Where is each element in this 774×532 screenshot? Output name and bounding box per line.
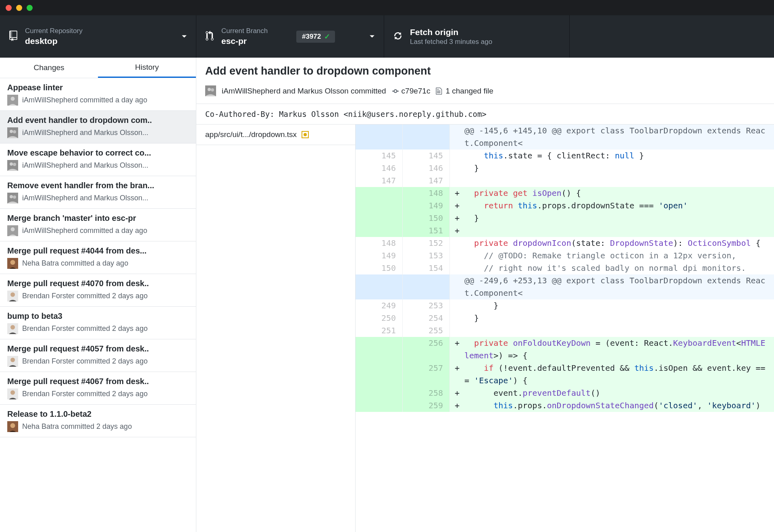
diff-view[interactable]: @@ -145,6 +145,10 @@ export class Toolba… (356, 125, 774, 532)
maximize-window-button[interactable] (27, 5, 33, 11)
tab-history[interactable]: History (98, 58, 196, 78)
commit-item[interactable]: Merge pull request #4067 from desk..Bren… (0, 372, 196, 405)
tab-changes[interactable]: Changes (0, 58, 98, 78)
diff-code: } (464, 312, 774, 324)
avatar (7, 389, 18, 399)
diff-line: 249253 } (356, 299, 774, 312)
diff-line: 149+ return this.props.dropdownState ===… (356, 200, 774, 212)
diff-sign (450, 324, 464, 337)
svg-point-22 (10, 391, 15, 395)
minimize-window-button[interactable] (16, 5, 22, 11)
old-line-number (356, 387, 403, 399)
svg-point-3 (10, 130, 13, 133)
avatar (7, 193, 18, 204)
close-window-button[interactable] (6, 5, 12, 11)
commit-item[interactable]: Merge branch 'master' into esc-priAmWill… (0, 209, 196, 241)
commit-item[interactable]: Merge pull request #4044 from des...Neha… (0, 241, 196, 274)
commit-description: Co-Authored-By: Markus Olsson <niik@user… (196, 104, 774, 125)
repository-switcher[interactable]: Current Repository desktop (0, 15, 196, 58)
commit-authors: iAmWillShepherd and Markus Olsson commit… (222, 87, 386, 96)
commit-item[interactable]: Merge pull request #4057 from desk..Bren… (0, 339, 196, 372)
commit-item[interactable]: Merge pull request #4070 from desk..Bren… (0, 274, 196, 307)
diff-code: } (464, 299, 774, 312)
svg-point-10 (13, 195, 16, 199)
check-icon: ✓ (324, 32, 330, 41)
new-line-number (403, 125, 450, 150)
new-line-number: 153 (403, 249, 450, 262)
commit-item-title: Merge branch 'master' into esc-pr (7, 214, 189, 223)
svg-point-1 (11, 97, 15, 101)
diff-line: 258+ event.preventDefault() (356, 387, 774, 399)
diff-code: @@ -145,6 +145,10 @@ export class Toolba… (464, 125, 774, 150)
commit-item[interactable]: Remove event handler from the bran...iAm… (0, 176, 196, 209)
avatar (7, 225, 18, 236)
diff-code (464, 224, 774, 237)
diff-code: } (464, 162, 774, 175)
old-line-number (356, 362, 403, 387)
diff-sign (450, 125, 464, 150)
commit-item[interactable]: Add event handler to dropdown com..iAmWi… (0, 111, 196, 143)
diff-sign: + (450, 200, 464, 212)
diff-line: 256+ private onFoldoutKeyDown = (event: … (356, 337, 774, 362)
files-changed[interactable]: 1 changed file (436, 87, 493, 96)
diff-sign: + (450, 187, 464, 200)
new-line-number: 149 (403, 200, 450, 212)
branch-switcher[interactable]: Current Branch esc-pr #3972 ✓ (196, 15, 384, 58)
old-line-number: 146 (356, 162, 403, 175)
old-line-number (356, 187, 403, 200)
old-line-number (356, 399, 403, 412)
fetch-button[interactable]: Fetch origin Last fetched 3 minutes ago (384, 15, 570, 58)
avatar (7, 291, 18, 301)
avatar (7, 323, 18, 334)
diff-sign: + (450, 387, 464, 399)
commit-item-author: iAmWillShepherd committed a day ago (22, 227, 147, 235)
diff-sign: + (450, 337, 464, 362)
commit-detail: Add event handler to dropdown component … (196, 58, 774, 532)
diff-sign (450, 162, 464, 175)
old-line-number (356, 337, 403, 362)
svg-point-18 (10, 325, 15, 330)
svg-point-4 (13, 130, 16, 133)
new-line-number: 150 (403, 212, 450, 224)
svg-point-7 (13, 163, 16, 166)
commit-item[interactable]: Release to 1.1.0-beta2Neha Batra committ… (0, 405, 196, 437)
diff-sign: + (450, 399, 464, 412)
new-line-number: 258 (403, 387, 450, 399)
old-line-number (356, 200, 403, 212)
avatar (7, 356, 18, 367)
diff-sign (450, 262, 464, 274)
chevron-down-icon (369, 33, 375, 40)
commit-item-title: Merge pull request #4057 from desk.. (7, 344, 189, 353)
new-line-number: 259 (403, 399, 450, 412)
diff-code: } (464, 212, 774, 224)
diff-sign: + (450, 362, 464, 387)
diff-line: 151+ (356, 224, 774, 237)
diff-line: 147147 (356, 175, 774, 187)
diff-line: 148152 private dropdownIcon(state: Dropd… (356, 237, 774, 249)
svg-point-20 (10, 358, 15, 362)
diff-code (464, 175, 774, 187)
commit-item[interactable]: Appease linteriAmWillShepherd committed … (0, 78, 196, 111)
commit-item[interactable]: Move escape behavior to correct co...iAm… (0, 143, 196, 176)
old-line-number: 150 (356, 262, 403, 274)
new-line-number: 257 (403, 362, 450, 387)
svg-point-24 (10, 423, 15, 428)
commit-item-title: Merge pull request #4044 from des... (7, 246, 189, 256)
new-line-number: 256 (403, 337, 450, 362)
commit-item-author: Neha Batra committed 2 days ago (22, 422, 132, 431)
commit-item-title: Add event handler to dropdown com.. (7, 116, 189, 125)
file-list-item[interactable]: app/src/ui/t.../dropdown.tsx (196, 125, 355, 145)
diff-code: @@ -249,6 +253,13 @@ export class Toolba… (464, 274, 774, 299)
pr-badge[interactable]: #3972 ✓ (296, 31, 335, 43)
new-line-number: 154 (403, 262, 450, 274)
branch-name: esc-pr (221, 35, 268, 46)
diff-line: 251255 (356, 324, 774, 337)
commit-list: Appease linteriAmWillShepherd committed … (0, 78, 196, 437)
avatar (7, 127, 18, 138)
commit-item[interactable]: bump to beta3Brendan Forster committed 2… (0, 307, 196, 339)
svg-point-6 (10, 162, 13, 166)
diff-code: this.state = { clientRect: null } (464, 150, 774, 162)
diff-line: 146146 } (356, 162, 774, 175)
new-line-number: 145 (403, 150, 450, 162)
sidebar: Changes History Appease linteriAmWillShe… (0, 58, 196, 532)
